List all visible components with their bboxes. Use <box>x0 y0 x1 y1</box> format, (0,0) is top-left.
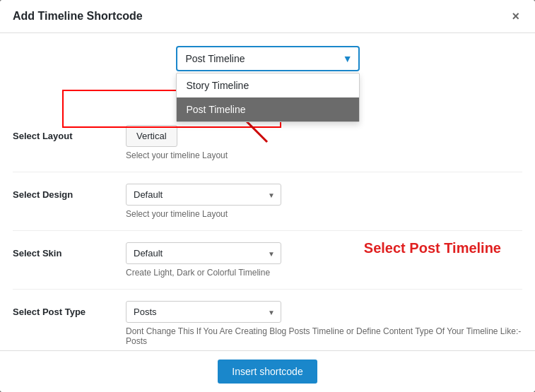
form-row-select-skin: Select Skin Default Create Light, Dark o… <box>13 231 522 290</box>
label-select-design: Select Design <box>13 184 126 200</box>
timeline-type-selected-value: Post Timeline <box>186 53 245 64</box>
label-select-skin: Select Skin <box>13 242 126 259</box>
dropdown-option-story-timeline[interactable]: Story Timeline <box>177 73 359 97</box>
control-select-design: Default Select your timeline Layout <box>126 184 522 219</box>
timeline-type-dropdown-wrapper: Post Timeline ▼ Story Timeline Post Time… <box>176 46 360 71</box>
timeline-type-row: Post Timeline ▼ Story Timeline Post Time… <box>0 33 535 71</box>
control-select-post-type: Posts Dont Change This If You Are Creati… <box>126 301 522 346</box>
label-select-post-type: Select Post Type <box>13 301 126 317</box>
hint-select-design: Select your timeline Layout <box>126 209 522 219</box>
hint-select-post-type: Dont Change This If You Are Creating Blo… <box>126 326 522 346</box>
timeline-type-select[interactable]: Post Timeline ▼ <box>176 46 360 71</box>
hint-select-layout: Select your timeline Layout <box>126 150 522 160</box>
select-skin-wrap: Default <box>126 242 281 264</box>
modal-title: Add Timeline Shortcode <box>13 10 143 23</box>
hint-select-skin: Create Light, Dark or Colorful Timeline <box>126 268 522 278</box>
dropdown-chevron-icon: ▼ <box>343 53 353 64</box>
modal-close-button[interactable]: × <box>509 10 522 23</box>
modal-body: Post Timeline ▼ Story Timeline Post Time… <box>0 33 535 350</box>
modal-footer: Insert shortcode <box>0 350 535 392</box>
select-post-type-input[interactable]: Posts <box>126 301 281 323</box>
form-row-select-design: Select Design Default Select your timeli… <box>13 172 522 231</box>
select-skin-input[interactable]: Default <box>126 242 281 264</box>
annotation-select-post-timeline: Select Post Timeline <box>364 239 501 256</box>
modal-header: Add Timeline Shortcode × <box>0 0 535 33</box>
form-section: Select Layout Vertical Select your timel… <box>0 114 535 350</box>
layout-vertical-button[interactable]: Vertical <box>126 125 177 147</box>
add-timeline-modal: Add Timeline Shortcode × Post Timeline ▼… <box>0 0 535 392</box>
insert-shortcode-button[interactable]: Insert shortcode <box>218 360 317 384</box>
label-select-layout: Select Layout <box>13 125 126 141</box>
select-design-input[interactable]: Default <box>126 184 281 206</box>
form-row-select-post-type: Select Post Type Posts Dont Change This … <box>13 290 522 350</box>
control-select-layout: Vertical Select your timeline Layout <box>126 125 522 160</box>
select-post-type-wrap: Posts <box>126 301 281 323</box>
select-design-wrap: Default <box>126 184 281 206</box>
form-row-select-layout: Select Layout Vertical Select your timel… <box>13 114 522 172</box>
timeline-type-dropdown-menu: Story Timeline Post Timeline <box>176 73 360 122</box>
dropdown-option-post-timeline[interactable]: Post Timeline <box>177 97 359 121</box>
